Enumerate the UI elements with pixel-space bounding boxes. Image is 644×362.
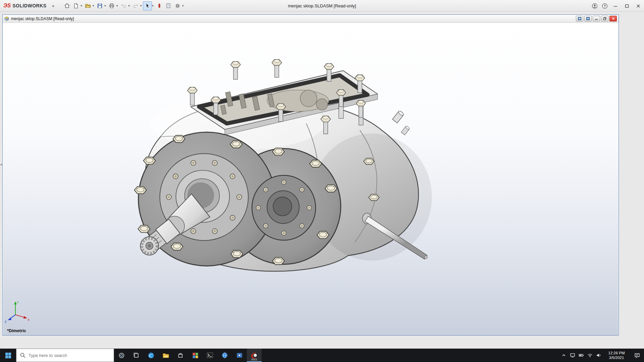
featuremanager-collapse-handle[interactable]: ◂ [0, 160, 3, 168]
open-button[interactable] [84, 1, 93, 10]
search-icon [20, 352, 26, 358]
windows-logo-icon [5, 353, 11, 358]
minimize-button[interactable] [610, 0, 621, 12]
doc-minimize-icon [595, 17, 598, 20]
brand-name: SOLIDWORKS [12, 3, 46, 8]
dropdown-caret[interactable]: ▾ [104, 4, 106, 7]
file-properties-icon [166, 3, 171, 8]
document-window: menjac sklop.SLDASM [Read-only] [2, 14, 619, 336]
gearbox-model[interactable] [135, 59, 432, 271]
menu-expand-arrow[interactable]: ▸ [49, 4, 58, 8]
print-icon [109, 3, 115, 9]
3d-viewport[interactable]: Y X Z *Dimetric [3, 23, 618, 335]
print-button[interactable] [107, 1, 116, 10]
axis-x-label: X [28, 318, 30, 321]
taskbar-clock[interactable]: 12:26 PM 3/5/2021 [603, 349, 630, 362]
split-pane-icon [586, 17, 590, 20]
media-player-button[interactable] [232, 349, 247, 362]
wifi-tray-button[interactable] [586, 349, 594, 362]
clock-time: 12:26 PM [608, 351, 625, 355]
svg-text:?: ? [604, 4, 606, 8]
solidworks-taskbar-button[interactable]: 2021 [247, 349, 262, 362]
doc-minimize-button[interactable] [593, 16, 600, 21]
maximize-icon [625, 4, 629, 8]
bearing-cover-right[interactable] [252, 175, 316, 240]
new-document-icon [73, 3, 79, 9]
store-button[interactable] [173, 349, 188, 362]
clock-date: 3/5/2021 [609, 355, 624, 360]
document-window-controls [576, 16, 617, 21]
redo-icon [133, 3, 139, 9]
home-button[interactable] [62, 1, 71, 10]
maximize-button[interactable] [621, 0, 633, 12]
save-button[interactable] [95, 1, 104, 10]
photos-button[interactable] [188, 349, 203, 362]
file-properties-button[interactable] [164, 1, 173, 10]
redo-button[interactable] [131, 1, 140, 10]
options-button[interactable] [173, 1, 182, 10]
dropdown-caret[interactable]: ▾ [93, 4, 94, 7]
dropdown-caret[interactable]: ▾ [128, 4, 130, 7]
gear-icon [175, 3, 180, 9]
terminal-button[interactable] [203, 349, 217, 362]
task-view-icon [133, 352, 140, 359]
file-explorer-button[interactable] [158, 349, 173, 362]
edge-button[interactable] [144, 349, 158, 362]
axis-y-label: Y [17, 301, 19, 304]
task-view-button[interactable] [129, 349, 144, 362]
action-center-button[interactable] [630, 349, 644, 362]
document-titlebar[interactable]: menjac sklop.SLDASM [Read-only] [3, 15, 619, 23]
hidden-icons-button[interactable] [559, 349, 568, 362]
wifi-icon [587, 353, 593, 358]
dock-pane-button-1[interactable] [576, 16, 583, 21]
dock-pane-button-2[interactable] [584, 16, 592, 21]
rebuild-button[interactable] [155, 1, 164, 10]
network-tray-button[interactable] [568, 349, 577, 362]
close-button[interactable] [633, 0, 644, 12]
volume-tray-button[interactable] [594, 349, 603, 362]
ethernet-icon [570, 353, 575, 358]
breather-stub[interactable] [392, 110, 404, 123]
dropdown-caret[interactable]: ▾ [80, 4, 82, 7]
open-folder-icon [85, 3, 91, 9]
solidworks-logo-icon: ЭS [3, 3, 11, 9]
orientation-triad: Y X Z [5, 301, 30, 323]
home-icon [64, 3, 70, 9]
doc-restore-button[interactable] [601, 16, 608, 21]
terminal-icon [207, 352, 213, 359]
new-document-button[interactable] [71, 1, 80, 10]
taskbar-search[interactable] [16, 349, 114, 362]
start-button[interactable] [0, 349, 16, 362]
spline-end[interactable] [141, 237, 159, 255]
account-button[interactable] [590, 0, 600, 12]
store-icon [177, 352, 184, 359]
browser-button[interactable] [217, 349, 232, 362]
doc-close-button[interactable] [609, 16, 617, 21]
close-icon [636, 4, 640, 8]
cortana-button[interactable] [114, 349, 129, 362]
dropdown-caret[interactable]: ▾ [152, 4, 154, 7]
dropdown-caret[interactable]: ▾ [140, 4, 142, 7]
axis-z-label: Z [5, 320, 7, 323]
quick-access-toolbar: ▾ ▾ ▾ ▾ ▾ ▾ ▾ ▾ [62, 1, 185, 10]
media-player-icon [236, 352, 243, 359]
dropdown-caret[interactable]: ▾ [182, 4, 184, 7]
undo-icon [121, 3, 126, 9]
pane-icon [578, 17, 581, 20]
search-input[interactable] [16, 349, 114, 362]
battery-tray-button[interactable] [577, 349, 586, 362]
gearbox-model-canvas[interactable]: Y X Z [3, 23, 618, 335]
undo-button[interactable] [119, 1, 128, 10]
window-title: menjac sklop.SLDASM [Read-only] [288, 0, 356, 12]
help-button[interactable]: ? [600, 0, 610, 12]
dropdown-caret[interactable]: ▾ [116, 4, 118, 7]
plug-stub[interactable] [401, 125, 410, 135]
browser-icon [221, 352, 228, 359]
cortana-icon [118, 352, 125, 359]
select-tool-button[interactable] [143, 1, 152, 10]
app-titlebar: ЭS SOLIDWORKS ▸ ▾ ▾ ▾ ▾ ▾ ▾ ▾ [0, 0, 644, 12]
account-icon [592, 3, 598, 9]
save-icon [97, 3, 103, 9]
help-icon: ? [602, 3, 608, 9]
doc-close-icon [612, 17, 615, 20]
